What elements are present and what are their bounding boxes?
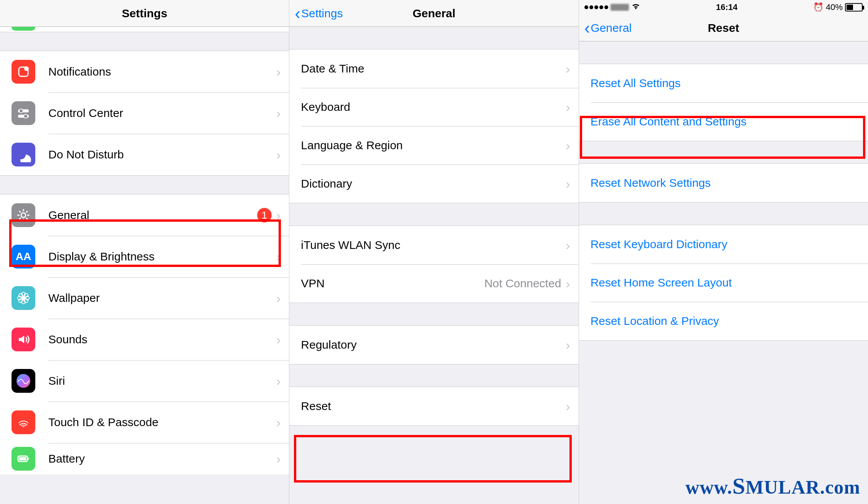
- battery-pct: 40%: [826, 2, 843, 12]
- settings-row-sounds[interactable]: Sounds›: [0, 319, 289, 360]
- chevron-right-icon: ›: [276, 451, 281, 466]
- aa-icon: AA: [12, 245, 35, 268]
- row-label: Erase All Content and Settings: [591, 115, 860, 128]
- list-row[interactable]: Language & Region›: [289, 126, 578, 165]
- battery-icon: [12, 447, 35, 471]
- gear-icon: [12, 203, 35, 227]
- row-label: Battery: [48, 452, 276, 465]
- row-label: Siri: [48, 374, 276, 387]
- list-row[interactable]: Erase All Content and Settings: [579, 102, 868, 141]
- svg-line-12: [26, 218, 28, 219]
- siri-icon: [12, 369, 35, 393]
- list-row[interactable]: Reset Keyboard Dictionary: [579, 225, 868, 264]
- row-label: Notifications: [48, 65, 276, 78]
- chevron-right-icon: ›: [276, 332, 281, 347]
- chevron-right-icon: ›: [566, 276, 570, 291]
- list-row[interactable]: Reset All Settings: [579, 64, 868, 102]
- list-row[interactable]: Reset Location & Privacy: [579, 302, 868, 340]
- row-label: iTunes WLAN Sync: [301, 239, 566, 252]
- row-label: Touch ID & Passcode: [48, 416, 276, 429]
- chevron-right-icon: ›: [276, 106, 281, 121]
- watermark: www.SMULAR.com: [685, 473, 860, 499]
- chevron-right-icon: ›: [276, 291, 281, 306]
- settings-row-flower[interactable]: Wallpaper›: [0, 277, 289, 319]
- nav-bar: ‹ Settings General: [289, 0, 578, 27]
- row-label: General: [48, 209, 257, 222]
- previous-cell-peek: [0, 27, 289, 32]
- chevron-right-icon: ›: [566, 138, 570, 153]
- row-label: Reset Keyboard Dictionary: [591, 238, 860, 251]
- chevron-right-icon: ›: [276, 415, 281, 430]
- row-label: Date & Time: [301, 62, 566, 75]
- row-label: VPN: [301, 277, 484, 290]
- nav-bar: ‹ General Reset: [579, 15, 868, 41]
- svg-line-14: [19, 218, 21, 219]
- chevron-right-icon: ›: [566, 238, 570, 253]
- row-label: Display & Brightness: [48, 250, 276, 263]
- svg-point-6: [21, 213, 26, 217]
- list-row[interactable]: iTunes WLAN Sync›: [289, 226, 578, 264]
- chevron-right-icon: ›: [566, 399, 570, 414]
- alarm-icon: ⏰: [813, 2, 823, 12]
- svg-line-13: [26, 211, 28, 212]
- row-label: Reset Location & Privacy: [591, 315, 860, 328]
- row-label: Reset All Settings: [591, 77, 860, 90]
- back-label: General: [591, 21, 632, 35]
- settings-row-dnd[interactable]: Do Not Disturb›: [0, 134, 289, 175]
- chevron-right-icon: ›: [566, 338, 570, 352]
- settings-row-battery[interactable]: Battery›: [0, 443, 289, 474]
- badge: 1: [257, 208, 272, 222]
- settings-row-gear[interactable]: General1›: [0, 194, 289, 236]
- row-detail: Not Connected: [484, 277, 561, 290]
- controlcenter-icon: [12, 101, 35, 125]
- chevron-right-icon: ›: [276, 64, 281, 79]
- svg-point-3: [19, 109, 23, 113]
- settings-row-controlcenter[interactable]: Control Center›: [0, 92, 289, 134]
- row-label: Do Not Disturb: [48, 148, 276, 161]
- list-row[interactable]: Date & Time›: [289, 49, 578, 88]
- chevron-right-icon: ›: [276, 249, 281, 264]
- back-button[interactable]: ‹ General: [584, 20, 632, 36]
- row-label: Reset: [301, 400, 566, 413]
- status-time: 16:14: [716, 2, 738, 12]
- chevron-right-icon: ›: [566, 100, 570, 115]
- svg-rect-26: [28, 458, 29, 460]
- row-label: Reset Home Screen Layout: [591, 276, 860, 289]
- flower-icon: [12, 286, 35, 310]
- row-label: Sounds: [48, 333, 276, 346]
- svg-point-5: [24, 114, 28, 118]
- settings-row-aa[interactable]: AADisplay & Brightness›: [0, 236, 289, 277]
- chevron-right-icon: ›: [276, 208, 281, 223]
- dnd-icon: [12, 143, 35, 166]
- battery-icon: [845, 3, 863, 12]
- sounds-icon: [12, 328, 35, 351]
- nav-bar: Settings: [0, 0, 289, 27]
- settings-row-notifications[interactable]: Notifications›: [0, 51, 289, 92]
- svg-point-1: [24, 66, 29, 71]
- pane-reset: 16:14 ⏰ 40% ‹ General Reset Reset All Se…: [579, 0, 868, 504]
- nav-title: Settings: [122, 7, 167, 20]
- chevron-right-icon: ›: [566, 176, 570, 191]
- back-button[interactable]: ‹ Settings: [295, 5, 343, 22]
- notifications-icon: [12, 60, 35, 84]
- chevron-right-icon: ›: [276, 374, 281, 389]
- list-row[interactable]: Keyboard›: [289, 88, 578, 126]
- pane-general: ‹ Settings General Date & Time›Keyboard›…: [289, 0, 579, 504]
- row-label: Keyboard: [301, 100, 566, 114]
- carrier-blur: [611, 4, 629, 11]
- list-row[interactable]: VPNNot Connected›: [289, 264, 578, 303]
- list-row[interactable]: Regulatory›: [289, 326, 578, 364]
- list-row[interactable]: Reset Home Screen Layout: [579, 264, 868, 302]
- chevron-right-icon: ›: [276, 147, 281, 162]
- settings-row-touchid[interactable]: Touch ID & Passcode›: [0, 402, 289, 443]
- signal-icon: [584, 5, 608, 9]
- highlight-reset: [294, 435, 572, 483]
- row-label: Dictionary: [301, 177, 566, 190]
- nav-title: General: [413, 7, 455, 20]
- list-row[interactable]: Dictionary›: [289, 165, 578, 203]
- list-row[interactable]: Reset Network Settings: [579, 164, 868, 202]
- list-row[interactable]: Reset›: [289, 387, 578, 425]
- chevron-left-icon: ‹: [584, 20, 590, 36]
- touchid-icon: [12, 410, 35, 434]
- settings-row-siri[interactable]: Siri›: [0, 360, 289, 402]
